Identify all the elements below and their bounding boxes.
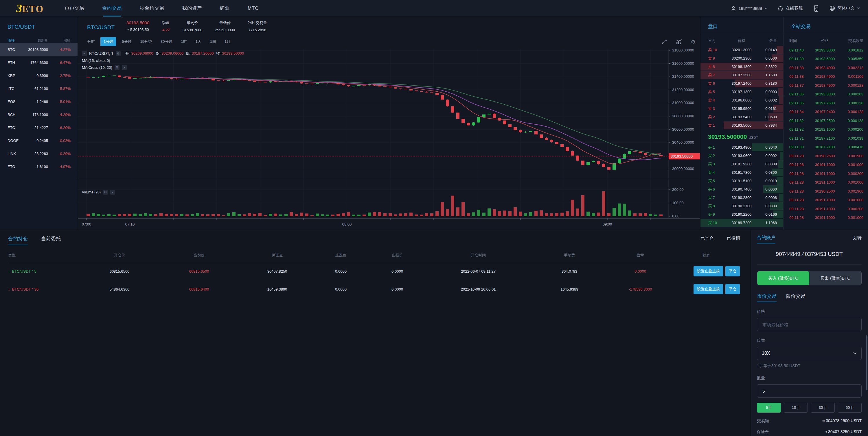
bid-row[interactable]: 买 630190.74000.0660: [701, 185, 783, 194]
nav-item-2[interactable]: 合约交易: [102, 0, 122, 16]
candlestick-chart[interactable]: 31800.0000031600.0000031400.0000031200.0…: [78, 49, 701, 230]
bid-row[interactable]: 买 130193.49000.3040: [701, 143, 783, 152]
market-row-ETC[interactable]: ETC21.4227-6.20%: [0, 121, 78, 134]
ob-direction: 卖 8: [708, 64, 727, 69]
market-row-ETH[interactable]: ETH1764.6300-6.47%: [0, 56, 78, 69]
timeframe-1天[interactable]: 1天: [192, 37, 205, 46]
chart-approx-usd: ≈ $ 30193.50: [126, 28, 149, 32]
market-row-ETO[interactable]: ETO1.6100-4.97%: [0, 160, 78, 173]
set-tp-sl-button[interactable]: 设置止盈止损: [693, 284, 723, 294]
timeframe-1月[interactable]: 1月: [221, 37, 234, 46]
lot-button-10手[interactable]: 10手: [784, 403, 808, 412]
timeframe-1周[interactable]: 1周: [207, 37, 219, 46]
price-input-field[interactable]: [762, 322, 857, 327]
close-position-button[interactable]: 平仓: [725, 266, 740, 276]
price-input[interactable]: [757, 318, 862, 331]
trade-amount: 0.000203: [838, 92, 863, 96]
sell-short-button[interactable]: 卖出 (做空)BTC: [809, 271, 861, 285]
positions-tab-2[interactable]: 当前委托: [41, 235, 61, 245]
close-position-button[interactable]: 平仓: [725, 284, 740, 294]
legend-gear-icon[interactable]: ⚙: [116, 51, 121, 56]
market-row-BTC[interactable]: BTC30193.5000-4.27%: [0, 43, 78, 56]
lot-button-50手[interactable]: 50手: [838, 403, 862, 412]
chart-settings-gear-icon[interactable]: ⚙: [691, 39, 695, 45]
quantity-input-field[interactable]: [762, 388, 857, 394]
timeframe-5分钟[interactable]: 5分钟: [119, 37, 134, 46]
bid-row[interactable]: 买 1030189.72001.1968: [701, 219, 783, 227]
ask-row[interactable]: 卖 1030201.30000.0149: [701, 46, 783, 54]
bid-row[interactable]: 买 930190.22000.0166: [701, 210, 783, 219]
online-service[interactable]: 在线客服: [778, 5, 803, 11]
indicator-icon[interactable]: [676, 39, 682, 45]
order-type-tab-1[interactable]: 市价交易: [757, 293, 777, 302]
nav-item-5[interactable]: 矿业: [220, 0, 230, 16]
ask-row[interactable]: 卖 530197.13000.0003: [701, 88, 783, 96]
price-label: 价格: [757, 309, 862, 314]
positions-section: 合约持仓当前委托 已平仓已撤销 类型开仓价当前价保证金止盈价止损价开仓时间手续费…: [0, 230, 750, 436]
timeframe-30分钟[interactable]: 30分钟: [157, 37, 175, 46]
transfer-link[interactable]: 划转: [853, 235, 862, 241]
market-row-BCH[interactable]: BCH178.1000-4.29%: [0, 108, 78, 121]
language-switch[interactable]: 简体中文: [830, 5, 860, 11]
market-row-XRP[interactable]: XRP0.3908-2.75%: [0, 69, 78, 82]
ask-row[interactable]: 卖 430196.06000.0002: [701, 96, 783, 104]
bid-row[interactable]: 买 330191.93000.0008: [701, 160, 783, 168]
user-menu[interactable]: 188****8888: [731, 6, 767, 11]
volume-gear-icon[interactable]: ⚙: [103, 190, 108, 195]
leverage-select[interactable]: 10X: [757, 347, 862, 360]
timeframe-15分钟[interactable]: 15分钟: [137, 37, 155, 46]
position-actions: 设置止盈止损平仓: [674, 266, 740, 276]
lot-hint: 1手等于30193.50 USDT: [757, 363, 862, 369]
market-row-LINK[interactable]: LINK28.2263-0.29%: [0, 147, 78, 160]
nav-item-6[interactable]: MTC: [248, 0, 259, 16]
chart-pair-title[interactable]: BTC/USDT: [87, 24, 115, 31]
quantity-input[interactable]: [757, 384, 862, 398]
trade-amount: 0.000128: [838, 119, 863, 123]
page-scrollbar[interactable]: [866, 335, 867, 390]
ob-price: 30190.2200: [727, 212, 756, 216]
trade-row: 09:11:3530197.25000.000128: [783, 99, 868, 107]
lot-button-30手[interactable]: 30手: [811, 403, 835, 412]
history-link[interactable]: 已平仓: [701, 235, 713, 241]
ob-direction: 买 2: [708, 153, 727, 159]
ask-row[interactable]: 卖 130193.50000.7934: [701, 121, 783, 130]
legend-collapse-icon[interactable]: −: [82, 51, 87, 56]
bid-row[interactable]: 买 730190.28000.0008: [701, 194, 783, 202]
ma-close-icon[interactable]: ×: [122, 65, 127, 70]
positions-tab-1[interactable]: 合约持仓: [8, 235, 28, 245]
set-tp-sl-button[interactable]: 设置止盈止损: [693, 266, 723, 276]
trade-time: 09:11:28: [789, 154, 812, 158]
history-link[interactable]: 已撤销: [727, 235, 740, 241]
ask-row[interactable]: 卖 930200.23000.0500: [701, 54, 783, 62]
market-row-EOS[interactable]: EOS1.2468-5.01%: [0, 95, 78, 108]
chart-legend: − BTC/USDT, 1 ⚙ 开=30209.06000高=30209.060…: [82, 51, 244, 70]
timeframe-分时[interactable]: 分时: [84, 37, 98, 46]
bid-row[interactable]: 买 530191.51000.0019: [701, 177, 783, 185]
ask-row[interactable]: 卖 330195.95000.0161: [701, 104, 783, 113]
ask-row[interactable]: 卖 730197.25001.1680: [701, 71, 783, 79]
ma-gear-icon[interactable]: ⚙: [115, 65, 120, 70]
fullscreen-icon[interactable]: [661, 39, 667, 45]
lot-button-5手[interactable]: 5手: [757, 403, 781, 412]
volume-close-icon[interactable]: ×: [110, 190, 115, 195]
nav-item-1[interactable]: 币币交易: [64, 0, 84, 16]
app-download[interactable]: APP: [813, 5, 819, 12]
ask-row[interactable]: 卖 630197.24000.3180: [701, 79, 783, 88]
bid-row[interactable]: 买 230193.06000.0002: [701, 152, 783, 160]
ask-row[interactable]: 卖 230193.54000.0500: [701, 113, 783, 121]
market-row-DOGE[interactable]: DOGE0.2405-0.03%: [0, 134, 78, 147]
account-title[interactable]: 合约账户: [757, 235, 775, 243]
bid-row[interactable]: 买 830190.27000.0300: [701, 202, 783, 210]
market-row-LTC[interactable]: LTC61.2100-5.87%: [0, 82, 78, 95]
bid-row[interactable]: 买 430191.78000.0300: [701, 168, 783, 177]
timeframe-1分钟[interactable]: 1分钟: [100, 37, 116, 46]
order-type-tab-2[interactable]: 限价交易: [786, 293, 806, 300]
logo[interactable]: 3 ETO: [16, 1, 44, 15]
ask-row[interactable]: 卖 830198.18002.3822: [701, 62, 783, 71]
buy-long-button[interactable]: 买入 (做多)BTC: [757, 271, 809, 285]
nav-item-4[interactable]: 我的资产: [182, 0, 202, 16]
nav-item-3[interactable]: 秒合约交易: [140, 0, 164, 16]
arrow-down-icon: ↓: [8, 287, 10, 292]
timeframe-1时[interactable]: 1时: [178, 37, 190, 46]
svg-text:31200.00000: 31200.00000: [672, 88, 694, 92]
